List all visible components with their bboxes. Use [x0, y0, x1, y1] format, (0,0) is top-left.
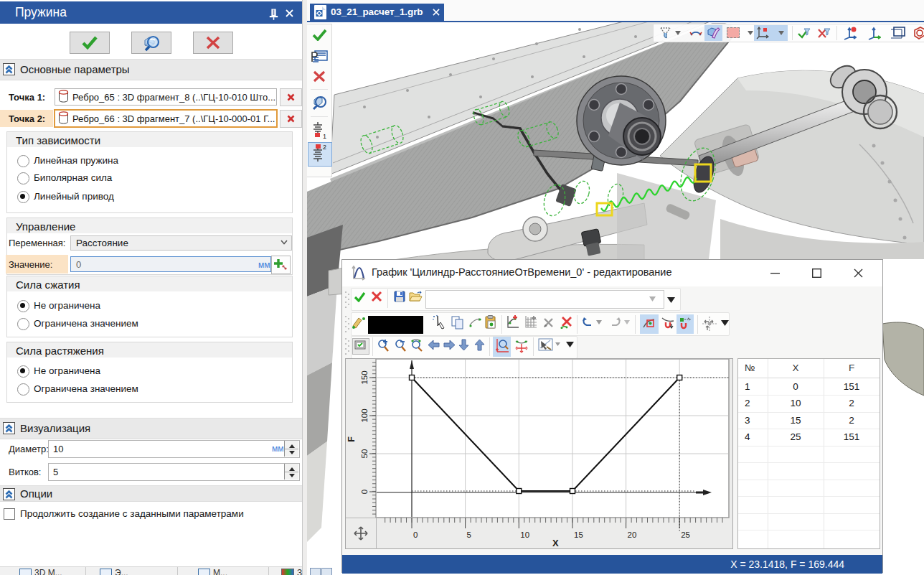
svg-text:20: 20	[628, 530, 637, 539]
svg-text:F: F	[346, 436, 357, 442]
svg-text:15: 15	[574, 530, 583, 539]
svg-text:100: 100	[360, 408, 369, 422]
svg-text:10: 10	[520, 530, 529, 539]
svg-text:1: 1	[323, 133, 326, 139]
svg-text:0: 0	[360, 490, 369, 494]
svg-text:2: 2	[323, 144, 326, 151]
svg-text:25: 25	[681, 530, 690, 539]
svg-text:X: X	[552, 538, 559, 548]
svg-text:150: 150	[360, 370, 369, 384]
svg-text:0: 0	[413, 530, 418, 539]
svg-text:50: 50	[360, 449, 369, 459]
svg-text:5: 5	[467, 530, 471, 539]
